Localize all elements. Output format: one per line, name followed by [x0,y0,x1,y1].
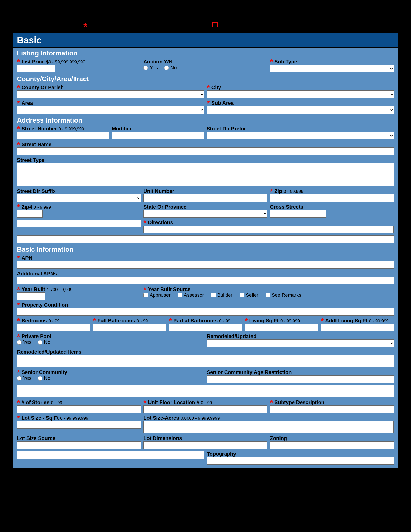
field-area: *Area [17,100,204,114]
required-icon: * [143,288,146,291]
required-icon: * [270,401,273,404]
textarea-lot-acres[interactable] [143,421,394,433]
select-dir-suffix[interactable] [17,194,141,202]
input-bedrooms[interactable] [17,324,90,331]
input-stories[interactable] [17,405,141,413]
field-apns: Additional APNs [17,271,394,284]
input-topo-left[interactable] [17,451,204,459]
label-area: Area [22,100,33,106]
input-subtype-desc[interactable] [270,405,394,413]
required-icon: * [17,288,20,291]
input-living[interactable] [245,324,318,331]
input-zoning[interactable] [270,441,394,449]
input-spacer[interactable] [17,220,141,227]
hint-zip4: 0 - 9,999 [34,205,51,210]
input-apn[interactable] [17,261,394,269]
field-topo-left [17,451,204,459]
select-remodel[interactable] [207,339,394,347]
input-lot-dim[interactable] [143,441,267,449]
conditional-square-icon [212,22,218,27]
basic-panel: Basic Listing Information * List Price $… [13,33,398,469]
input-full-bath[interactable] [93,324,166,331]
label-street-type: Street Type [17,157,44,163]
label-cross: Cross Streets [270,204,303,210]
input-street-number[interactable] [17,132,109,139]
input-partial-bath[interactable] [169,324,242,331]
label-county: County Or Parish [22,85,64,90]
input-unit-floor[interactable] [143,405,267,413]
field-lot-acres: Lot Size-Acres0.0000 - 9,999.9999 [143,415,394,433]
required-icon: * [143,401,146,404]
hint-partial-bath: 0 - 99 [219,319,230,324]
textarea-street-type[interactable] [17,163,394,186]
legend-required-label: = Required Field [90,21,135,28]
required-icon: * [143,221,146,224]
input-directions-2[interactable] [17,235,394,243]
required-icon: * [270,190,273,192]
field-unit-floor: *Unit Floor Location #0 - 99 [143,399,267,413]
chk-ys-assessor[interactable]: Assessor [178,292,204,298]
input-year[interactable] [17,292,45,300]
hint-stories: 0 - 99 [51,400,62,405]
label-auction-yn: Auction Y/N [143,59,172,65]
select-city[interactable] [207,90,394,98]
radio-senior-no[interactable]: No [38,375,51,381]
field-list-price: * List Price $0 - $9,999,999,999 [17,59,141,72]
required-icon: * [17,102,20,104]
label-dir-prefix: Street Dir Prefix [207,126,245,132]
input-list-price[interactable] [17,65,55,72]
input-zip4[interactable] [17,210,43,218]
chk-ys-remarks[interactable]: See Remarks [266,292,301,298]
input-addl-living[interactable] [321,324,394,331]
radio-auction-no[interactable]: No [164,65,177,71]
label-dir-suffix: Street Dir Suffix [17,188,56,194]
field-subtype-desc: *Subtype Description [270,399,394,413]
select-area[interactable] [17,106,204,114]
radio-auction-yes[interactable]: Yes [143,65,158,71]
input-cross[interactable] [270,210,326,218]
textarea-senior-block[interactable] [17,385,394,397]
field-lot-source: Lot Size Source [17,435,141,449]
select-county[interactable] [17,90,204,98]
chk-ys-appraiser[interactable]: Appraiser [143,292,170,298]
field-zip4: *Zip40 - 9,999 [17,204,141,218]
field-full-bath: *Full Bathrooms0 - 99 [93,318,166,331]
field-street-number: *Street Number0 - 9,999,999 [17,126,109,139]
input-street-name[interactable] [17,147,394,155]
input-directions[interactable] [143,226,394,233]
input-lot-sqft[interactable] [17,421,141,429]
label-apns: Additional APNs [17,271,57,277]
select-sub-type[interactable] [270,65,394,72]
radio-pool-no[interactable]: No [38,339,51,345]
label-street-number: Street Number [22,126,57,132]
hint-street-number: 0 - 9,999,999 [59,127,84,132]
field-stories: *# of Stories0 - 99 [17,399,141,413]
page-title: Residential [13,15,73,28]
input-property-condition[interactable] [17,308,394,316]
panel-title: Basic [13,33,398,48]
label-subarea: Sub Area [211,100,234,106]
select-state[interactable] [143,210,267,218]
required-icon: * [17,417,20,419]
input-apns[interactable] [17,277,394,284]
select-dir-prefix[interactable] [207,132,394,139]
chk-ys-seller[interactable]: Seller [240,292,258,298]
input-topo[interactable] [207,457,394,465]
input-zip[interactable] [270,194,394,202]
label-pool: Private Pool [22,333,51,339]
label-subtype-desc: Subtype Description [274,399,324,405]
textarea-remodel-items[interactable] [17,355,394,367]
label-sub-type: Sub Type [274,59,297,65]
select-subarea[interactable] [207,106,394,114]
label-stories: # of Stories [22,399,50,405]
chk-ys-builder[interactable]: Builder [211,292,232,298]
input-unit[interactable] [143,194,267,202]
label-unit-floor: Unit Floor Location # [148,399,199,405]
input-senior-restrict[interactable] [207,375,394,383]
input-lot-source[interactable] [17,441,141,449]
input-modifier[interactable] [112,132,204,139]
field-remodel-items: Remodeled/Updated Items [17,349,394,367]
field-cross: Cross Streets [270,204,394,218]
field-modifier: Modifier [112,126,204,139]
required-icon: * [93,320,96,322]
